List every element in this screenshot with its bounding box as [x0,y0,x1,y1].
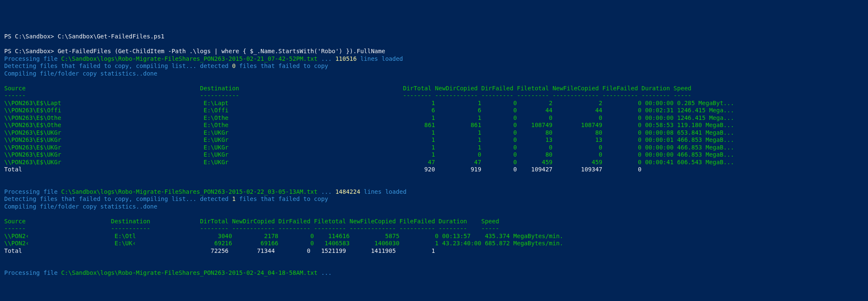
table-2-total: Total 72256 71344 0 1521199 1411905 1 [4,247,435,254]
table-1-total: Total 920 919 0 109427 109347 0 [4,166,642,173]
processing-3-label: Processing file [4,269,61,276]
table-2-row: \\PON2‹ E:\Otl 3040 2178 0 114616 5875 0… [4,233,563,239]
detect-1-c: files that failed to copy [236,62,328,69]
command-2: Get-FailedFiles (Get-ChildItem -Path .\l… [57,48,385,54]
processing-2-label: Processing file [4,188,61,195]
compile-2: Compiling file/folder copy statistics..d… [4,203,157,210]
table-1-row: \\PON263\E$\UKGr E:\UKGr 1 1 0 0 0 0 00:… [4,144,734,151]
processing-3-file: C:\Sandbox\logs\Robo-Migrate-FileShares_… [61,269,318,276]
prompt-2: PS C:\Sandbox> [4,48,57,54]
terminal-output: PS C:\Sandbox> C:\Sandbox\Get-FailedFile… [4,33,864,277]
processing-2-suffix: lines loaded [360,188,407,195]
detect-2-a: Detecting files that failed to copy, com… [4,195,232,202]
processing-2-dots: ... [318,188,335,195]
table-2-divider: ------ ----------- -------- ------------… [4,225,499,232]
processing-1-file: C:\Sandbox\logs\Robo-Migrate-FileShares_… [61,55,318,62]
processing-1-count: 110516 [335,55,357,62]
table-1-row: \\PON263\E$\UKGr E:\UKGr 1 1 0 80 80 0 0… [4,129,734,136]
table-1-row: \\PON263\E$\Offi E:\Offi 6 6 0 44 44 0 0… [4,107,734,114]
compile-1: Compiling file/folder copy statistics..d… [4,70,157,77]
processing-2-count: 1484224 [335,188,360,195]
table-1-row: \\PON263\E$\UKGr E:\UKGr 1 0 0 80 0 0 00… [4,151,734,158]
table-2-row: \\PON2‹ E:\UK‹ 69216 69166 0 1406583 140… [4,240,563,247]
processing-1-dots: ... [318,55,335,62]
processing-1-suffix: lines loaded [356,55,403,62]
command-1: C:\Sandbox\Get-FailedFiles.ps1 [57,33,164,40]
table-1-row: \\PON263\E$\Lapt E:\Lapt 1 1 0 2 2 0 00:… [4,100,734,106]
table-1-row: \\PON263\E$\UKGr E:\UKGr 1 1 0 13 13 0 0… [4,136,734,143]
detect-2-c: files that failed to copy [236,195,328,202]
detect-1-count: 0 [232,62,235,69]
table-1-row: \\PON263\E$\UKGr E:\UKGr 47 47 0 459 459… [4,159,734,165]
detect-2-count: 1 [232,195,235,202]
detect-1-a: Detecting files that failed to copy, com… [4,62,232,69]
processing-3-dots: ... [318,269,332,276]
table-2-header: Source Destination DirTotal NewDirCopied… [4,218,499,225]
processing-2-file: C:\Sandbox\logs\Robo-Migrate-FileShares_… [61,188,318,195]
table-1-row: \\PON263\E$\Othe E:\Othe 1 1 0 0 0 0 00:… [4,114,734,121]
table-1-header: Source Destination DirTotal NewDirCopied… [4,85,691,92]
prompt-1: PS C:\Sandbox> [4,33,57,40]
table-1-row: \\PON263\E$\Othe E:\Othe 861 861 0 10874… [4,122,734,128]
table-1-divider: ------ ----------- -------- ------------… [4,92,691,99]
processing-1-label: Processing file [4,55,61,62]
